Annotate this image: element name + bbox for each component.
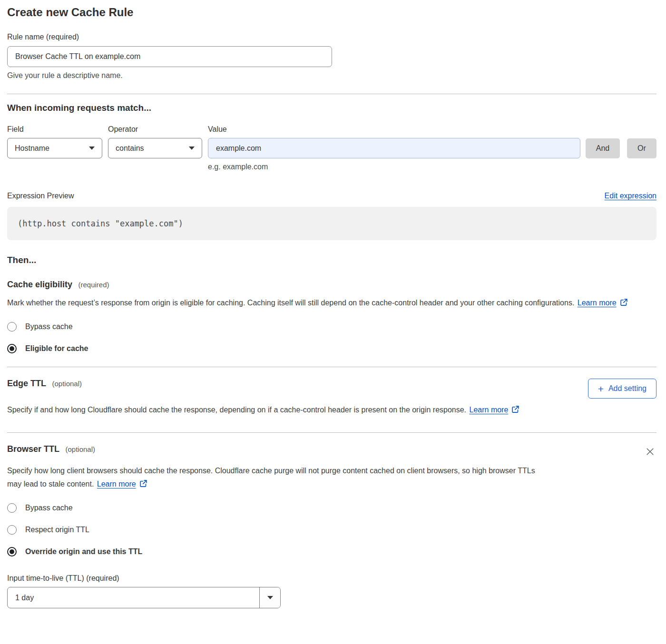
rule-name-help: Give your rule a descriptive name. (7, 71, 656, 80)
cache-eligibility-heading-row: Cache eligibility (required) (7, 280, 656, 290)
expression-preview-label: Expression Preview (7, 192, 74, 200)
edge-ttl-heading-group: Edge TTL (optional) (7, 379, 82, 389)
operator-select[interactable]: contains (108, 138, 202, 158)
close-browser-ttl-button[interactable] (644, 445, 656, 459)
rule-name-label: Rule name (required) (7, 33, 656, 41)
radio-override-origin-ttl[interactable]: Override origin and use this TTL (7, 547, 656, 556)
or-button[interactable]: Or (627, 138, 656, 158)
and-button[interactable]: And (586, 138, 620, 158)
radio-button-icon (7, 503, 17, 513)
field-select-value: Hostname (15, 144, 49, 153)
expression-preview-row: Expression Preview Edit expression (7, 192, 656, 200)
cache-eligibility-options: Bypass cache Eligible for cache (7, 322, 656, 353)
divider (7, 432, 656, 433)
chevron-down-icon (189, 146, 195, 150)
create-cache-rule-form: Create new Cache Rule Rule name (require… (0, 0, 666, 618)
expression-code-block: (http.host contains "example.com") (7, 207, 656, 240)
radio-button-icon (7, 322, 17, 332)
external-link-icon (620, 297, 628, 311)
learn-more-link[interactable]: Learn more (97, 480, 136, 488)
external-link-icon (511, 404, 519, 418)
browser-ttl-heading-group: Browser TTL (optional) (7, 444, 95, 454)
cache-eligibility-description: Mark whether the request’s response from… (7, 296, 645, 311)
learn-more-link[interactable]: Learn more (470, 406, 509, 414)
value-input[interactable] (208, 138, 580, 158)
browser-ttl-header-row: Browser TTL (optional) (7, 444, 656, 459)
divider (7, 367, 656, 367)
then-heading: Then... (7, 255, 656, 265)
required-badge: (required) (78, 281, 109, 289)
radio-button-icon (7, 525, 17, 535)
ttl-select[interactable]: 1 day (7, 587, 281, 608)
radio-eligible-for-cache[interactable]: Eligible for cache (7, 344, 656, 353)
learn-more-link[interactable]: Learn more (578, 299, 617, 307)
edge-ttl-header-row: Edge TTL (optional) + Add setting (7, 379, 656, 399)
radio-button-icon (7, 547, 17, 556)
page-title: Create new Cache Rule (7, 6, 656, 19)
browser-ttl-heading: Browser TTL (7, 444, 59, 454)
optional-badge: (optional) (52, 380, 82, 388)
cache-eligibility-heading: Cache eligibility (7, 280, 72, 289)
expression-code: (http.host contains "example.com") (18, 219, 183, 228)
operator-select-value: contains (116, 144, 144, 153)
radio-respect-origin-ttl[interactable]: Respect origin TTL (7, 525, 656, 535)
chevron-down-icon (89, 146, 95, 150)
ttl-select-dropdown-button[interactable] (259, 587, 280, 608)
edge-ttl-heading: Edge TTL (7, 379, 46, 388)
edit-expression-link[interactable]: Edit expression (605, 192, 656, 200)
add-setting-button[interactable]: + Add setting (588, 379, 656, 399)
radio-button-icon (7, 344, 17, 353)
browser-ttl-options: Bypass cache Respect origin TTL Override… (7, 503, 656, 556)
close-icon (646, 447, 655, 456)
radio-bypass-cache[interactable]: Bypass cache (7, 322, 656, 332)
divider (7, 94, 656, 94)
value-help-text: e.g. example.com (208, 163, 656, 171)
operator-column-label: Operator (108, 125, 208, 134)
browser-ttl-description: Specify how long client browsers should … (7, 464, 535, 492)
value-column-label: Value (208, 125, 227, 134)
external-link-icon (139, 478, 147, 492)
chevron-down-icon (267, 596, 273, 599)
ttl-input-label: Input time-to-live (TTL) (required) (7, 574, 656, 583)
rule-name-input[interactable] (7, 46, 332, 67)
field-column-label: Field (7, 125, 108, 134)
field-select[interactable]: Hostname (7, 138, 102, 158)
match-column-labels: Field Operator Value (7, 125, 656, 134)
plus-icon: + (598, 384, 604, 394)
match-condition-row: Hostname contains And Or (7, 138, 656, 158)
ttl-select-value: 1 day (8, 587, 259, 608)
radio-bypass-cache[interactable]: Bypass cache (7, 503, 656, 513)
optional-badge: (optional) (65, 445, 95, 453)
edge-ttl-description: Specify if and how long Cloudflare shoul… (7, 403, 540, 418)
match-section-heading: When incoming requests match... (7, 103, 656, 113)
